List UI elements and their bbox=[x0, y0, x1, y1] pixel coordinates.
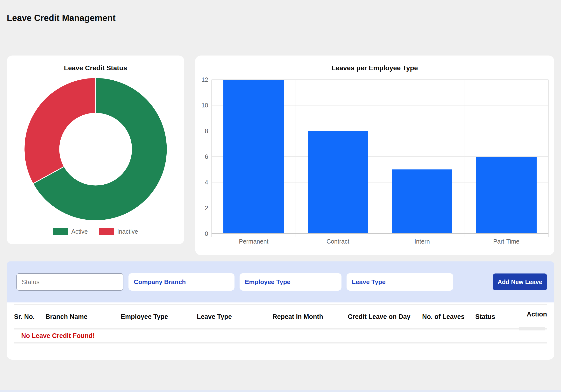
bar-permanent bbox=[223, 80, 284, 234]
bar-chart-x-labels: PermanentContractInternPart-Time bbox=[212, 238, 549, 248]
gridline-v bbox=[380, 80, 380, 237]
legend-item-inactive[interactable]: Inactive bbox=[99, 228, 138, 235]
x-tick-label: Part-Time bbox=[464, 238, 549, 245]
bar-chart-title: Leaves per Employee Type bbox=[195, 64, 554, 72]
empty-message: No Leave Credit Found! bbox=[21, 332, 95, 340]
employee-type-dropdown-label: Employee Type bbox=[245, 278, 291, 286]
y-tick-label: 8 bbox=[205, 127, 208, 134]
legend-label: Inactive bbox=[117, 228, 138, 235]
leaves-per-employee-type-card: Leaves per Employee Type 024681012 Perma… bbox=[195, 55, 554, 255]
x-tick-label: Contract bbox=[296, 238, 380, 245]
gridline-v bbox=[548, 80, 549, 237]
gridline-v bbox=[464, 80, 464, 237]
table-header-status: Status bbox=[475, 313, 526, 320]
leave-credit-table: Sr. No.Branch NameEmployee TypeLeave Typ… bbox=[7, 302, 554, 360]
action-column-strip bbox=[519, 327, 545, 330]
leave-type-dropdown-label: Leave Type bbox=[352, 278, 386, 286]
leave-type-dropdown[interactable]: Leave Type bbox=[346, 273, 453, 291]
x-tick-label: Intern bbox=[380, 238, 464, 245]
company-branch-dropdown[interactable]: Company Branch bbox=[129, 273, 235, 291]
leave-credit-status-card: Leave Credit Status ActiveInactive bbox=[7, 55, 184, 244]
table-header-action: Action bbox=[526, 311, 547, 318]
legend-label: Active bbox=[71, 228, 88, 235]
table-header-employee-type: Employee Type bbox=[121, 313, 197, 320]
table-header-branch-name: Branch Name bbox=[45, 313, 121, 320]
legend-item-active[interactable]: Active bbox=[53, 228, 88, 235]
donut-chart bbox=[23, 77, 168, 222]
donut-chart-title: Leave Credit Status bbox=[7, 64, 184, 72]
filter-bar: Company Branch Employee Type Leave Type … bbox=[7, 261, 554, 302]
y-tick-label: 10 bbox=[201, 102, 208, 109]
table-header-no-of-leaves: No. of Leaves bbox=[422, 313, 475, 320]
add-new-leave-button[interactable]: Add New Leave bbox=[493, 274, 547, 290]
company-branch-dropdown-label: Company Branch bbox=[134, 278, 186, 286]
table-header-credit-leave-on-day: Credit Leave on Day bbox=[348, 313, 422, 320]
bar-chart-plot bbox=[212, 80, 549, 234]
x-tick-label: Permanent bbox=[212, 238, 296, 245]
table-header-row: Sr. No.Branch NameEmployee TypeLeave Typ… bbox=[14, 304, 547, 329]
x-axis-line bbox=[212, 233, 549, 234]
y-tick-label: 12 bbox=[201, 76, 208, 83]
table-header-repeat-in-month: Repeat In Month bbox=[272, 313, 348, 320]
bottom-section-edge bbox=[0, 390, 561, 392]
y-tick-label: 6 bbox=[205, 153, 208, 160]
leave-credit-panel: Company Branch Employee Type Leave Type … bbox=[7, 261, 554, 360]
table-header-sr-no: Sr. No. bbox=[14, 313, 45, 320]
y-tick-label: 4 bbox=[205, 179, 208, 186]
employee-type-dropdown[interactable]: Employee Type bbox=[239, 273, 342, 291]
y-tick-label: 2 bbox=[205, 204, 208, 212]
bar-chart-y-labels: 024681012 bbox=[195, 80, 208, 234]
status-filter-input[interactable] bbox=[16, 273, 123, 291]
donut-legend: ActiveInactive bbox=[7, 228, 184, 235]
gridline-v bbox=[211, 80, 212, 237]
bar-contract bbox=[308, 131, 368, 234]
bar-part-time bbox=[476, 157, 537, 234]
gridline-v bbox=[296, 80, 296, 237]
charts-row: Leave Credit Status ActiveInactive Leave… bbox=[7, 55, 554, 255]
legend-swatch bbox=[53, 228, 68, 235]
donut-slice-inactive bbox=[24, 78, 95, 184]
legend-swatch bbox=[99, 228, 114, 235]
table-empty-row: No Leave Credit Found! bbox=[14, 329, 547, 343]
bar-intern bbox=[392, 170, 452, 234]
page-title: Leave Credit Management bbox=[7, 0, 554, 23]
table-header-leave-type: Leave Type bbox=[197, 313, 272, 320]
leave-credit-management-page: Leave Credit Management Leave Credit Sta… bbox=[0, 0, 561, 360]
y-tick-label: 0 bbox=[205, 230, 208, 237]
